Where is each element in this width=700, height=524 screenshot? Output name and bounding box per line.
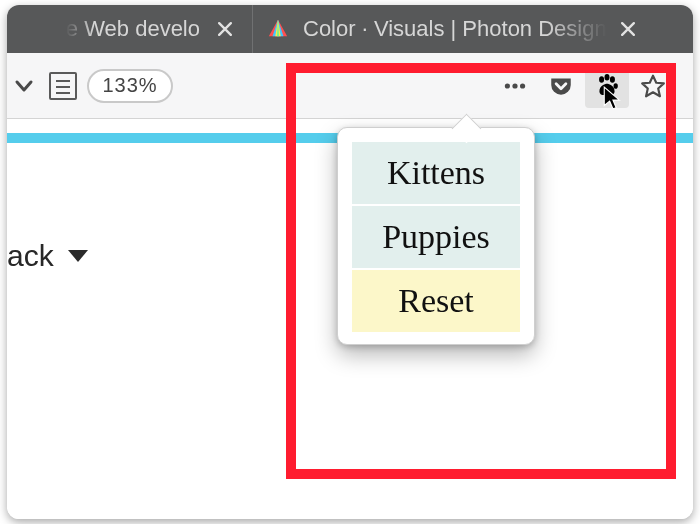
page-header-fragment[interactable]: ack (7, 239, 88, 273)
page-actions-icon[interactable] (493, 64, 537, 108)
extension-popup: Kittens Puppies Reset (337, 127, 535, 345)
close-icon[interactable] (212, 16, 238, 42)
pocket-icon[interactable] (539, 64, 583, 108)
popup-item-reset[interactable]: Reset (352, 270, 520, 332)
page-header-text: ack (7, 239, 54, 273)
toolbar: 133% (7, 53, 693, 119)
tab-label: Color · Visuals | Photon Design (303, 16, 607, 42)
close-icon[interactable] (615, 16, 641, 42)
caret-down-icon (68, 250, 88, 262)
svg-point-9 (610, 76, 615, 83)
svg-point-7 (599, 76, 604, 83)
tab-photon-design[interactable]: Color · Visuals | Photon Design (252, 5, 693, 53)
paw-extension-icon[interactable] (585, 64, 629, 108)
popup-item-kittens[interactable]: Kittens (352, 142, 520, 204)
svg-point-5 (512, 83, 517, 88)
svg-point-6 (520, 83, 525, 88)
zoom-level-badge[interactable]: 133% (87, 69, 173, 103)
tab-web-develo[interactable]: e Web develo (7, 5, 252, 53)
tab-strip: e Web develo Color · Visuals | Photon De… (7, 5, 693, 53)
browser-window: e Web develo Color · Visuals | Photon De… (7, 5, 693, 519)
svg-point-10 (614, 83, 618, 89)
address-bar-actions (183, 62, 685, 110)
chevron-down-icon[interactable] (9, 71, 39, 101)
popup-item-puppies[interactable]: Puppies (352, 206, 520, 268)
svg-point-4 (505, 83, 510, 88)
tab-label: e Web develo (66, 16, 204, 42)
reader-view-icon[interactable] (49, 72, 77, 100)
favicon-icon (267, 18, 289, 40)
bookmark-star-icon[interactable] (631, 64, 675, 108)
svg-point-8 (605, 74, 610, 81)
